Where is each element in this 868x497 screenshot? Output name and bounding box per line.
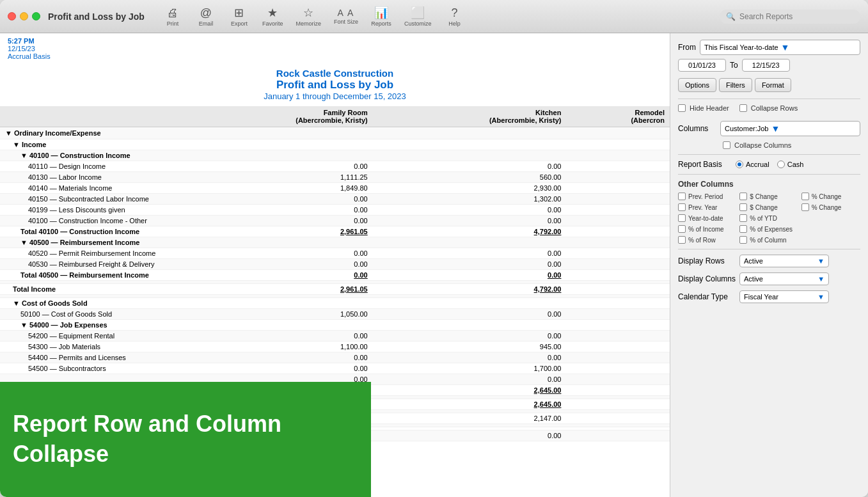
collapse-columns-checkbox[interactable] (723, 141, 730, 149)
pct-row-checkbox[interactable] (678, 236, 686, 244)
row-label: ▼ 54000 — Job Expenses (0, 320, 179, 331)
pct-change-2-checkbox[interactable] (801, 203, 809, 211)
memorize-button[interactable]: ☆ Memorize (290, 3, 326, 29)
tab-options[interactable]: Options (678, 78, 716, 92)
to-label: To (730, 61, 738, 70)
favorite-button[interactable]: ★ Favorite (257, 3, 288, 29)
display-rows-label: Display Rows (678, 256, 736, 265)
radio-accrual[interactable]: Accrual (736, 161, 769, 168)
tab-format[interactable]: Format (755, 78, 791, 92)
from-value: This Fiscal Year-to-date (704, 43, 778, 51)
table-row: 40150 — Subcontracted Labor Income0.001,… (0, 194, 670, 205)
header-collapse-row: Hide Header Collapse Rows (678, 104, 860, 116)
row-value: 2,961.05 (179, 284, 373, 295)
calendar-type-chevron-icon: ▼ (817, 293, 825, 301)
report-basis-section: Report Basis Accrual Cash (678, 160, 860, 169)
columns-select[interactable]: Customer:Job ▼ (720, 121, 860, 136)
fontsize-button[interactable]: A A Font Size (329, 5, 363, 28)
row-value (566, 270, 670, 281)
row-value (566, 331, 670, 342)
row-value (373, 127, 567, 139)
display-rows-select[interactable]: Active ▼ (739, 255, 829, 267)
display-columns-label: Display Columns (678, 274, 736, 283)
export-button[interactable]: ⊞ Export (224, 3, 255, 29)
row-value (566, 374, 670, 385)
table-row: 40520 — Permit Reimbursement Income0.000… (0, 248, 670, 259)
year-to-date-checkbox[interactable] (678, 214, 686, 222)
row-label: 40130 — Labor Income (0, 172, 179, 183)
radio-cash[interactable]: Cash (777, 161, 804, 168)
pct-column-checkbox[interactable] (739, 236, 747, 244)
row-value (566, 248, 670, 259)
accrual-radio[interactable] (736, 161, 743, 168)
customize-button[interactable]: ⬜ Customize (399, 3, 437, 29)
date-from-input[interactable]: 01/01/23 (678, 59, 726, 72)
row-label: 54400 — Permits and Licenses (0, 352, 179, 363)
row-value (179, 237, 373, 248)
table-row: 40199 — Less Discounts given0.000.00 (0, 205, 670, 216)
prev-year-label: Prev. Year (688, 204, 717, 211)
email-button[interactable]: @ Email (191, 4, 221, 29)
row-value: 4,792.00 (373, 284, 567, 295)
table-row: 40530 — Reimbursed Freight & Delivery0.0… (0, 259, 670, 270)
cash-radio[interactable] (777, 161, 785, 168)
right-panel: From This Fiscal Year-to-date ▼ 01/01/23… (670, 33, 868, 497)
print-button[interactable]: 🖨 Print (157, 4, 188, 29)
row-value (566, 430, 670, 441)
row-label: 40150 — Subcontracted Labor Income (0, 194, 179, 205)
dollar-change-2-checkbox[interactable] (739, 203, 747, 211)
overlay-text: Report Row and Column Collapse (13, 409, 358, 469)
row-label: 54200 — Equipment Rental (0, 331, 179, 342)
hide-header-checkbox[interactable] (678, 104, 686, 112)
report-date: 12/15/23 (8, 45, 51, 52)
row-value (179, 150, 373, 161)
calendar-type-select[interactable]: Fiscal Year ▼ (739, 290, 829, 303)
pct-expenses-item: % of Expenses (739, 225, 798, 233)
pct-change-1-checkbox[interactable] (801, 193, 809, 200)
reports-icon: 📊 (374, 6, 388, 20)
pct-ytd-label: % of YTD (750, 215, 777, 222)
overlay-banner: Report Row and Column Collapse (0, 382, 371, 497)
from-select[interactable]: This Fiscal Year-to-date ▼ (700, 40, 860, 55)
table-row: 54200 — Equipment Rental0.000.00 (0, 331, 670, 342)
dollar-change-1-checkbox[interactable] (739, 193, 747, 200)
traffic-lights (8, 12, 40, 20)
reports-button[interactable]: 📊 Reports (366, 3, 397, 29)
other-columns-grid: Prev. Period $ Change % Change Prev. Yea… (678, 193, 860, 244)
close-button[interactable] (8, 12, 16, 20)
row-value (566, 226, 670, 237)
pct-ytd-checkbox[interactable] (739, 214, 747, 222)
export-icon: ⊞ (234, 6, 244, 20)
col-header-family-room: Family Room(Abercrombie, Kristy) (179, 106, 373, 127)
search-box[interactable]: 🔍 (720, 10, 860, 24)
row-value: 2,930.00 (373, 183, 567, 194)
pct-income-checkbox[interactable] (678, 225, 686, 233)
tab-filters[interactable]: Filters (719, 78, 752, 92)
from-label: From (678, 43, 696, 52)
row-value (179, 127, 373, 139)
display-columns-select[interactable]: Active ▼ (739, 272, 829, 285)
date-range-section: From This Fiscal Year-to-date ▼ 01/01/23… (678, 40, 860, 72)
row-label: ▼ Cost of Goods Sold (0, 298, 179, 309)
table-row: ▼ 54000 — Job Expenses (0, 320, 670, 331)
row-label: ▼ Ordinary Income/Expense (0, 127, 179, 139)
collapse-rows-checkbox[interactable] (739, 104, 747, 112)
collapse-rows-label: Collapse Rows (751, 104, 798, 112)
prev-period-checkbox[interactable] (678, 193, 686, 200)
help-button[interactable]: ? Help (439, 4, 470, 29)
from-chevron-icon: ▼ (781, 42, 790, 52)
row-value (566, 413, 670, 424)
year-to-date-item: Year-to-date (678, 214, 737, 222)
date-to-input[interactable]: 12/15/23 (742, 59, 790, 72)
pct-expenses-checkbox[interactable] (739, 225, 747, 233)
row-value: 0.00 (179, 205, 373, 216)
prev-year-checkbox[interactable] (678, 203, 686, 211)
row-value (566, 150, 670, 161)
row-label: ▼ 40100 — Construction Income (0, 150, 179, 161)
pct-change-1-item: % Change (801, 193, 860, 200)
main-area: 5:27 PM 12/15/23 Accrual Basis Rock Cast… (0, 33, 868, 497)
row-value (373, 298, 567, 309)
maximize-button[interactable] (32, 12, 40, 20)
search-input[interactable] (739, 12, 854, 21)
minimize-button[interactable] (20, 12, 28, 20)
